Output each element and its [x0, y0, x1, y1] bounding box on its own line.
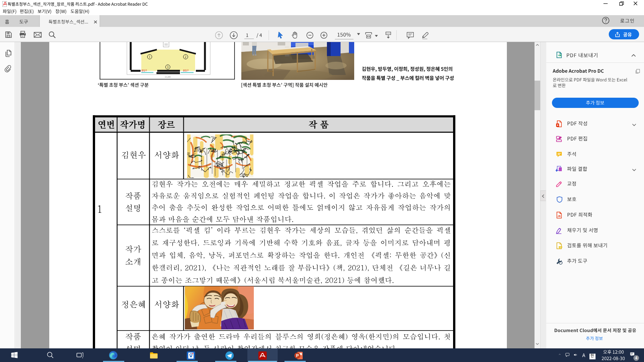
svg-text:3: 3: [167, 66, 169, 69]
svg-text:P: P: [296, 353, 299, 358]
svg-text:1: 1: [149, 55, 150, 59]
svg-text:2: 2: [185, 55, 186, 59]
